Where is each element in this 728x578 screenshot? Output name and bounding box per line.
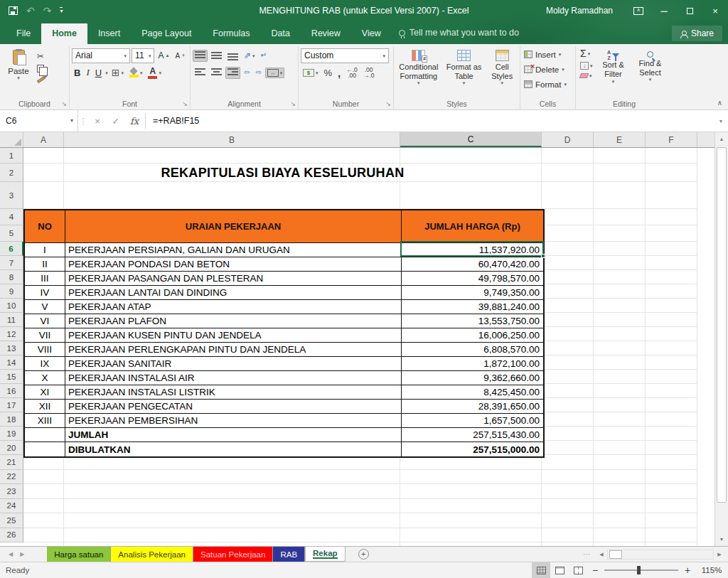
cell-C9[interactable]: 9,749,350.00 [402, 286, 543, 300]
cell-C10[interactable]: 39,881,240.00 [402, 300, 543, 314]
page-layout-view-button[interactable] [550, 562, 569, 578]
decrease-font-button[interactable]: A▼ [173, 50, 188, 61]
cell-A11[interactable]: VI [25, 314, 65, 328]
next-sheet-icon[interactable]: ▶ [20, 551, 24, 557]
column-header-C[interactable]: C [400, 132, 542, 147]
row-header-20[interactable]: 20 [0, 441, 23, 455]
row-header-6[interactable]: 6 [0, 242, 23, 256]
row-header-17[interactable]: 17 [0, 398, 23, 412]
select-all-corner[interactable] [0, 132, 23, 147]
row-header-7[interactable]: 7 [0, 256, 23, 270]
zoom-slider-thumb[interactable] [637, 566, 641, 574]
tell-me-box[interactable]: Tell me what you want to do [399, 28, 519, 44]
share-button[interactable]: Share [672, 26, 722, 41]
minimize-button[interactable]: ─ [651, 0, 677, 21]
decrease-decimal-button[interactable]: .00→.0 [361, 65, 377, 80]
close-button[interactable]: × [702, 0, 728, 21]
cell-A18[interactable]: XIII [25, 414, 65, 428]
orientation-button[interactable]: ⇗▾ [242, 49, 257, 62]
cell-B6[interactable]: PEKERJAAN PERSIAPAN, GALIAN DAN URUGAN [65, 243, 402, 257]
ribbon-display-options-icon[interactable]: ∧ [626, 0, 651, 21]
ribbon-tab-review[interactable]: Review [301, 23, 351, 44]
increase-decimal-button[interactable]: ←.0.00 [344, 65, 360, 80]
cell-B16[interactable]: PEKERJAAN INSTALASI LISTRIK [65, 385, 402, 400]
cell-A14[interactable]: IX [25, 357, 65, 371]
comma-style-button[interactable]: , [336, 65, 343, 80]
bold-button[interactable]: B [72, 66, 82, 80]
merge-center-button[interactable]: ↔▾ [265, 68, 285, 78]
row-header-18[interactable]: 18 [0, 412, 23, 427]
cell-A10[interactable]: V [25, 300, 65, 314]
cell-C6[interactable]: 11,537,920.00 [402, 243, 543, 257]
row-header-1[interactable]: 1 [0, 148, 23, 164]
wrap-text-button[interactable]: ↵ [259, 50, 269, 60]
italic-button[interactable]: I [84, 65, 91, 80]
font-size-select[interactable]: 11▾ [132, 48, 154, 63]
row-header-24[interactable]: 24 [0, 499, 23, 514]
cell-B19[interactable]: JUMLAH [65, 428, 402, 442]
copy-button[interactable]: ▾ [35, 63, 50, 74]
scroll-right-icon[interactable]: ▶ [714, 552, 725, 557]
cell-C16[interactable]: 8,425,450.00 [402, 385, 543, 400]
row-header-13[interactable]: 13 [0, 341, 23, 355]
zoom-in-button[interactable]: + [680, 564, 695, 576]
clear-button[interactable]: ▾ [578, 72, 595, 80]
row-header-11[interactable]: 11 [0, 313, 23, 327]
paste-button[interactable]: Paste ▾ [2, 47, 35, 85]
sheet-tab-analisis-pekerjaan[interactable]: Analisis Pekerjaan [111, 547, 193, 562]
vertical-scroll-thumb[interactable] [717, 147, 727, 503]
maximize-button[interactable] [677, 0, 702, 21]
insert-cells-button[interactable]: Insert▾ [523, 47, 573, 62]
cell-C11[interactable]: 13,553,750.00 [402, 314, 543, 328]
column-header-E[interactable]: E [594, 132, 646, 147]
cancel-entry-icon[interactable]: × [88, 110, 107, 132]
row-header-12[interactable]: 12 [0, 327, 23, 341]
formula-bar-handle[interactable]: ⋮ [78, 110, 88, 132]
scroll-up-icon[interactable]: ▲ [715, 132, 728, 146]
row-header-26[interactable]: 26 [0, 528, 23, 543]
sheet-tab-satuan-pekerjaan[interactable]: Satuan Pekerjaan [193, 547, 273, 562]
ribbon-tab-home[interactable]: Home [41, 23, 87, 44]
cut-button[interactable]: ✂ [35, 50, 50, 63]
cell-B11[interactable]: PEKERJAAN PLAFON [65, 314, 402, 328]
name-box[interactable]: C6 ▾ [0, 110, 78, 132]
cell-C20[interactable]: 257,515,000.00 [402, 442, 543, 456]
sheet-tab-rab[interactable]: RAB [273, 547, 305, 562]
cell-A17[interactable]: XII [25, 400, 65, 414]
cell-B20[interactable]: DIBULATKAN [65, 442, 402, 456]
percent-style-button[interactable]: % [322, 66, 335, 80]
fill-button[interactable]: ↓▾ [578, 60, 595, 71]
format-as-table-button[interactable]: Format as Table▾ [441, 47, 487, 85]
column-header-A[interactable]: A [23, 132, 64, 147]
align-middle-button[interactable] [209, 50, 224, 62]
row-header-9[interactable]: 9 [0, 284, 23, 299]
column-header-D[interactable]: D [542, 132, 594, 147]
expand-formula-bar-icon[interactable]: ▾ [714, 110, 728, 132]
accounting-format-button[interactable]: $▾ [301, 68, 321, 78]
page-break-view-button[interactable] [569, 562, 587, 578]
horizontal-scroll-thumb[interactable] [609, 550, 622, 559]
save-icon[interactable] [9, 6, 18, 15]
cell-B8[interactable]: PEKERJAAN PASANGAN DAN PLESTERAN [65, 272, 402, 286]
cell-B10[interactable]: PEKERJAAN ATAP [65, 300, 402, 314]
cell-B12[interactable]: PEKERJAAN KUSEN PINTU DAN JENDELA [65, 328, 402, 343]
font-family-select[interactable]: Arial▾ [72, 48, 130, 63]
row-header-25[interactable]: 25 [0, 513, 23, 528]
cell-A9[interactable]: IV [25, 286, 65, 300]
row-header-15[interactable]: 15 [0, 370, 23, 384]
sheet-tab-harga-satuan[interactable]: Harga satuan [47, 547, 111, 562]
cell-A12[interactable]: VII [25, 328, 65, 343]
autosum-button[interactable]: Σ▾ [578, 47, 595, 60]
number-dialog-launcher-icon[interactable]: ↘ [385, 101, 391, 107]
cell-A8[interactable]: III [25, 272, 65, 286]
account-name[interactable]: Moldy Ramadhan [546, 6, 613, 16]
ribbon-tab-insert[interactable]: Insert [87, 23, 131, 44]
row-header-2[interactable]: 2 [0, 164, 23, 182]
row-header-21[interactable]: 21 [0, 455, 23, 470]
row-header-19[interactable]: 19 [0, 427, 23, 441]
decrease-indent-button[interactable]: ⇦ [242, 68, 252, 77]
ribbon-tab-formulas[interactable]: Formulas [202, 23, 260, 44]
cell-A20[interactable] [25, 442, 65, 456]
find-select-button[interactable]: Find & Select▾ [632, 47, 669, 84]
cell-B13[interactable]: PEKERJAAN PERLENGKAPAN PINTU DAN JENDELA [65, 343, 402, 357]
